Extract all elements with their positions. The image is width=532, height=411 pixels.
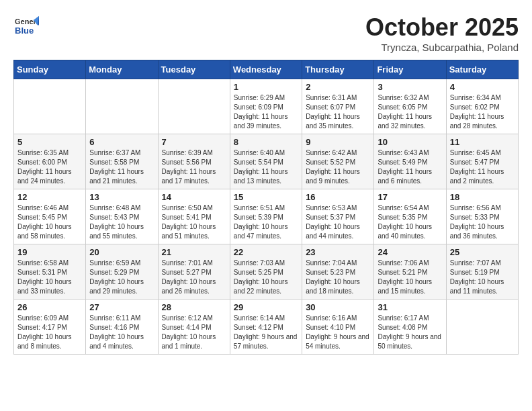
day-number: 2 (306, 82, 370, 92)
day-number: 22 (234, 247, 298, 257)
col-header-monday: Monday (86, 60, 158, 79)
day-number: 23 (306, 247, 370, 257)
day-info: Sunrise: 6:46 AM Sunset: 5:45 PM Dayligh… (17, 203, 82, 241)
day-info: Sunrise: 7:07 AM Sunset: 5:19 PM Dayligh… (450, 259, 515, 296)
day-info: Sunrise: 6:58 AM Sunset: 5:31 PM Dayligh… (17, 259, 82, 296)
day-info: Sunrise: 7:06 AM Sunset: 5:21 PM Dayligh… (378, 259, 442, 296)
col-header-saturday: Saturday (446, 60, 518, 79)
calendar-cell: 18Sunrise: 6:56 AM Sunset: 5:33 PM Dayli… (446, 189, 518, 244)
week-row-5: 26Sunrise: 6:09 AM Sunset: 4:17 PM Dayli… (14, 300, 519, 355)
day-number: 20 (89, 247, 154, 257)
day-info: Sunrise: 6:12 AM Sunset: 4:14 PM Dayligh… (162, 314, 226, 351)
day-info: Sunrise: 6:51 AM Sunset: 5:39 PM Dayligh… (234, 203, 298, 241)
calendar-cell (446, 300, 518, 355)
calendar-cell (14, 79, 86, 134)
calendar-cell: 16Sunrise: 6:53 AM Sunset: 5:37 PM Dayli… (302, 189, 374, 244)
calendar-cell: 20Sunrise: 6:59 AM Sunset: 5:29 PM Dayli… (86, 244, 158, 300)
day-number: 3 (378, 82, 442, 92)
day-info: Sunrise: 6:37 AM Sunset: 5:58 PM Dayligh… (89, 148, 154, 186)
day-number: 8 (234, 137, 298, 147)
calendar-cell (158, 79, 230, 134)
day-number: 28 (162, 302, 226, 312)
day-info: Sunrise: 7:04 AM Sunset: 5:23 PM Dayligh… (306, 259, 370, 296)
day-info: Sunrise: 6:56 AM Sunset: 5:33 PM Dayligh… (450, 203, 515, 241)
day-info: Sunrise: 6:50 AM Sunset: 5:41 PM Dayligh… (162, 203, 226, 241)
calendar-cell: 3Sunrise: 6:32 AM Sunset: 6:05 PM Daylig… (374, 79, 446, 134)
day-number: 14 (162, 192, 226, 202)
day-number: 29 (234, 302, 298, 312)
day-info: Sunrise: 6:45 AM Sunset: 5:47 PM Dayligh… (450, 148, 515, 186)
day-number: 1 (234, 82, 298, 92)
day-info: Sunrise: 6:16 AM Sunset: 4:10 PM Dayligh… (306, 314, 370, 351)
day-info: Sunrise: 6:59 AM Sunset: 5:29 PM Dayligh… (89, 259, 154, 296)
day-number: 30 (306, 302, 370, 312)
day-info: Sunrise: 6:29 AM Sunset: 6:09 PM Dayligh… (234, 93, 298, 131)
calendar-cell: 4Sunrise: 6:34 AM Sunset: 6:02 PM Daylig… (446, 79, 518, 134)
day-info: Sunrise: 6:31 AM Sunset: 6:07 PM Dayligh… (306, 93, 370, 131)
calendar-cell: 27Sunrise: 6:11 AM Sunset: 4:16 PM Dayli… (86, 300, 158, 355)
calendar-table: SundayMondayTuesdayWednesdayThursdayFrid… (13, 60, 519, 355)
day-info: Sunrise: 7:01 AM Sunset: 5:27 PM Dayligh… (162, 259, 226, 296)
day-info: Sunrise: 6:17 AM Sunset: 4:08 PM Dayligh… (378, 314, 442, 351)
week-row-2: 5Sunrise: 6:35 AM Sunset: 6:00 PM Daylig… (14, 134, 519, 189)
day-number: 4 (450, 82, 515, 92)
day-info: Sunrise: 6:32 AM Sunset: 6:05 PM Dayligh… (378, 93, 442, 131)
day-number: 19 (17, 247, 82, 257)
calendar-cell: 6Sunrise: 6:37 AM Sunset: 5:58 PM Daylig… (86, 134, 158, 189)
calendar-cell: 30Sunrise: 6:16 AM Sunset: 4:10 PM Dayli… (302, 300, 374, 355)
col-header-sunday: Sunday (14, 60, 86, 79)
calendar-cell: 28Sunrise: 6:12 AM Sunset: 4:14 PM Dayli… (158, 300, 230, 355)
day-info: Sunrise: 6:39 AM Sunset: 5:56 PM Dayligh… (162, 148, 226, 186)
day-info: Sunrise: 6:48 AM Sunset: 5:43 PM Dayligh… (89, 203, 154, 241)
day-number: 24 (378, 247, 442, 257)
calendar-cell: 9Sunrise: 6:42 AM Sunset: 5:52 PM Daylig… (302, 134, 374, 189)
day-info: Sunrise: 6:34 AM Sunset: 6:02 PM Dayligh… (450, 93, 515, 131)
calendar-cell: 7Sunrise: 6:39 AM Sunset: 5:56 PM Daylig… (158, 134, 230, 189)
title-area: October 2025 Tryncza, Subcarpathia, Pola… (365, 13, 519, 53)
calendar-cell: 31Sunrise: 6:17 AM Sunset: 4:08 PM Dayli… (374, 300, 446, 355)
col-header-friday: Friday (374, 60, 446, 79)
day-info: Sunrise: 6:43 AM Sunset: 5:49 PM Dayligh… (378, 148, 442, 186)
calendar-cell: 15Sunrise: 6:51 AM Sunset: 5:39 PM Dayli… (230, 189, 302, 244)
day-number: 11 (450, 137, 515, 147)
day-number: 5 (17, 137, 82, 147)
day-number: 31 (378, 302, 442, 312)
col-header-wednesday: Wednesday (230, 60, 302, 79)
day-info: Sunrise: 6:53 AM Sunset: 5:37 PM Dayligh… (306, 203, 370, 241)
calendar-cell: 17Sunrise: 6:54 AM Sunset: 5:35 PM Dayli… (374, 189, 446, 244)
day-info: Sunrise: 6:54 AM Sunset: 5:35 PM Dayligh… (378, 203, 442, 241)
calendar-cell: 24Sunrise: 7:06 AM Sunset: 5:21 PM Dayli… (374, 244, 446, 300)
calendar-cell (86, 79, 158, 134)
calendar-cell: 10Sunrise: 6:43 AM Sunset: 5:49 PM Dayli… (374, 134, 446, 189)
day-number: 18 (450, 192, 515, 202)
col-header-tuesday: Tuesday (158, 60, 230, 79)
calendar-header: SundayMondayTuesdayWednesdayThursdayFrid… (14, 60, 519, 79)
calendar-cell: 12Sunrise: 6:46 AM Sunset: 5:45 PM Dayli… (14, 189, 86, 244)
calendar-cell: 26Sunrise: 6:09 AM Sunset: 4:17 PM Dayli… (14, 300, 86, 355)
calendar-cell: 13Sunrise: 6:48 AM Sunset: 5:43 PM Dayli… (86, 189, 158, 244)
calendar-cell: 11Sunrise: 6:45 AM Sunset: 5:47 PM Dayli… (446, 134, 518, 189)
calendar-cell: 21Sunrise: 7:01 AM Sunset: 5:27 PM Dayli… (158, 244, 230, 300)
calendar-cell: 5Sunrise: 6:35 AM Sunset: 6:00 PM Daylig… (14, 134, 86, 189)
day-info: Sunrise: 6:35 AM Sunset: 6:00 PM Dayligh… (17, 148, 82, 186)
col-header-thursday: Thursday (302, 60, 374, 79)
day-number: 13 (89, 192, 154, 202)
week-row-3: 12Sunrise: 6:46 AM Sunset: 5:45 PM Dayli… (14, 189, 519, 244)
calendar-cell: 19Sunrise: 6:58 AM Sunset: 5:31 PM Dayli… (14, 244, 86, 300)
calendar-cell: 22Sunrise: 7:03 AM Sunset: 5:25 PM Dayli… (230, 244, 302, 300)
calendar-cell: 23Sunrise: 7:04 AM Sunset: 5:23 PM Dayli… (302, 244, 374, 300)
day-info: Sunrise: 6:40 AM Sunset: 5:54 PM Dayligh… (234, 148, 298, 186)
day-number: 17 (378, 192, 442, 202)
day-info: Sunrise: 6:11 AM Sunset: 4:16 PM Dayligh… (89, 314, 154, 351)
day-number: 15 (234, 192, 298, 202)
day-number: 26 (17, 302, 82, 312)
day-number: 16 (306, 192, 370, 202)
svg-text:Blue: Blue (15, 26, 34, 36)
day-info: Sunrise: 6:14 AM Sunset: 4:12 PM Dayligh… (234, 314, 298, 351)
calendar-cell: 1Sunrise: 6:29 AM Sunset: 6:09 PM Daylig… (230, 79, 302, 134)
day-number: 27 (89, 302, 154, 312)
calendar-cell: 8Sunrise: 6:40 AM Sunset: 5:54 PM Daylig… (230, 134, 302, 189)
calendar-cell: 14Sunrise: 6:50 AM Sunset: 5:41 PM Dayli… (158, 189, 230, 244)
day-number: 12 (17, 192, 82, 202)
day-info: Sunrise: 6:09 AM Sunset: 4:17 PM Dayligh… (17, 314, 82, 351)
